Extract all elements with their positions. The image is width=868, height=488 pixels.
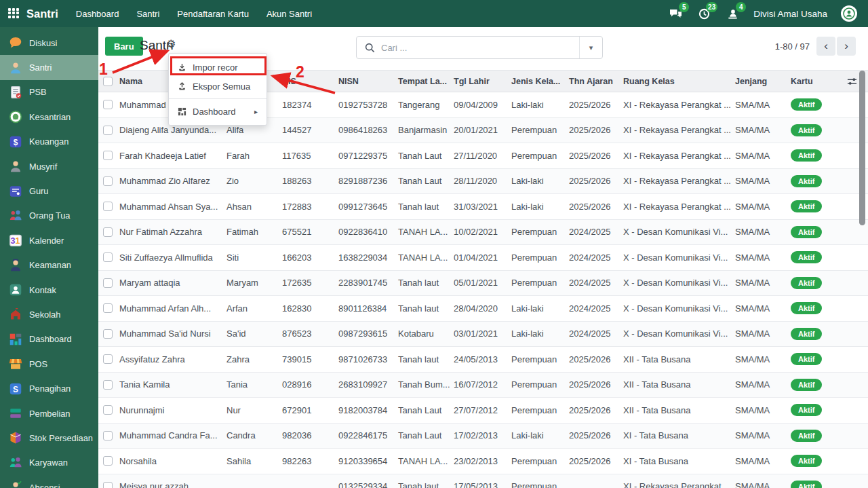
row-checkbox[interactable] <box>103 126 113 135</box>
row-checkbox[interactable] <box>103 405 113 415</box>
table-row[interactable]: Muhammad Zio AlfarezZio1882638291887236T… <box>98 169 868 195</box>
table-row[interactable]: Meisya nur azzah0132529334Tanah laut17/0… <box>98 474 868 488</box>
table-row[interactable]: Muhammad Candra Fa...Candra9820360922846… <box>98 424 868 449</box>
sidebar-item-kontak[interactable]: Kontak <box>0 278 98 302</box>
activity-clock-icon[interactable]: 23 <box>696 7 711 20</box>
row-checkbox[interactable] <box>103 151 113 160</box>
sidebar-item-santri[interactable]: Santri <box>0 55 98 79</box>
sidebar-item-kalender[interactable]: 31Kalender <box>0 228 98 252</box>
menu-item-import[interactable]: Impor recor <box>169 58 267 77</box>
cell-kartu: Aktif <box>788 328 846 340</box>
cell-jenis-kelamin: Perempuan <box>509 278 566 288</box>
sidebar-item-guru[interactable]: Guru <box>0 179 98 203</box>
sidebar-item-diskusi[interactable]: Diskusi <box>0 31 98 55</box>
row-checkbox[interactable] <box>103 354 113 364</box>
row-checkbox[interactable] <box>103 202 113 211</box>
app-brand[interactable]: Santri <box>26 7 58 20</box>
sidebar-item-pos[interactable]: POS <box>0 352 98 376</box>
pager: 1-80 / 97 ‹ › <box>775 37 856 56</box>
sidebar-item-sekolah[interactable]: Sekolah <box>0 302 98 326</box>
table-row[interactable]: Muhammad Sa'id NursiSa'id876523098729361… <box>98 322 868 348</box>
column-header-nis[interactable]: NIS <box>279 77 336 86</box>
column-header-nisn[interactable]: NISN <box>336 77 395 86</box>
row-checkbox[interactable] <box>103 176 113 186</box>
sidebar-item-dashboard[interactable]: Dashboard <box>0 327 98 352</box>
row-checkbox[interactable] <box>103 227 113 237</box>
row-checkbox[interactable] <box>103 431 113 440</box>
new-record-button[interactable]: Baru <box>105 37 143 56</box>
top-menu-pendaftaran-kartu[interactable]: Pendaftaran Kartu <box>177 9 249 19</box>
table-row[interactable]: Siti Zuffaezya AllmuflidaSiti16620316382… <box>98 245 868 271</box>
chat-icon[interactable]: 5 <box>668 7 683 20</box>
row-checkbox[interactable] <box>103 252 113 262</box>
sidebar-item-kesantrian[interactable]: Kesantrian <box>0 105 98 129</box>
penagihan-icon: S <box>9 382 22 396</box>
sidebar-item-keamanan[interactable]: Keamanan <box>0 253 98 278</box>
column-header-tempat-la[interactable]: Tempat La... <box>395 77 451 86</box>
column-header-tgl-lahir[interactable]: Tgl Lahir <box>451 77 509 86</box>
sidebar-item-stok-persediaan[interactable]: Stok Persediaan <box>0 426 98 450</box>
import-icon <box>178 63 186 72</box>
table-row[interactable]: Assyifatuz ZahraZahra7390159871026733Tan… <box>98 347 868 373</box>
table-row[interactable]: NurunnajmiNur6729019182003784Tanah Laut2… <box>98 398 868 424</box>
sidebar-item-psb[interactable]: PSB <box>0 80 98 105</box>
sidebar-item-label: Kalender <box>29 236 64 246</box>
search-filter-caret-icon[interactable]: ▾ <box>579 37 602 58</box>
row-checkbox[interactable] <box>103 303 113 313</box>
user-avatar[interactable] <box>841 5 857 22</box>
select-all-checkbox[interactable] <box>103 77 113 86</box>
row-checkbox[interactable] <box>103 100 113 109</box>
sidebar-item-pembelian[interactable]: Pembelian <box>0 401 98 426</box>
sidebar-item-keuangan[interactable]: $Keuangan <box>0 130 98 154</box>
cell-tgl-lahir: 28/04/2020 <box>451 303 509 314</box>
cell-jenis-kelamin: Laki-laki <box>509 430 566 440</box>
row-checkbox[interactable] <box>103 380 113 390</box>
top-menu-santri[interactable]: Santri <box>136 9 159 19</box>
row-checkbox[interactable] <box>103 482 113 488</box>
table-row[interactable]: Maryam attaqiaMaryam1726352283901745Tana… <box>98 271 868 297</box>
company-name[interactable]: Divisi Amal Usaha <box>753 9 827 19</box>
table-row[interactable]: Muhammad Arfan Alh...Arfan16283089011263… <box>98 296 868 322</box>
table-row[interactable]: Tania KamilaTania0289162683109927Tanah B… <box>98 373 868 398</box>
cell-nisn: 2283901745 <box>336 278 395 288</box>
sidebar-item-musyrif[interactable]: Musyrif <box>0 154 98 179</box>
cell-nis: 672901 <box>279 405 336 415</box>
cell-jenjang: SMA/MA <box>732 456 788 466</box>
menu-item-dashboard[interactable]: Dashboard ▸ <box>169 102 267 121</box>
vertical-scrollbar[interactable] <box>859 71 865 225</box>
table-row[interactable]: Muhammad Ahsan Sya...Ahsan17288309912736… <box>98 194 868 220</box>
column-settings-icon[interactable] <box>847 77 857 86</box>
sidebar-item-absensi[interactable]: Absensi <box>0 475 98 488</box>
cell-nama: Muhammad Ahsan Sya... <box>117 202 224 212</box>
menu-item-export[interactable]: Ekspor Semua <box>169 77 267 96</box>
pager-next-button[interactable]: › <box>837 37 856 56</box>
sidebar-item-karyawan[interactable]: Karyawan <box>0 451 98 475</box>
guru-icon <box>9 185 22 198</box>
row-checkbox[interactable] <box>103 456 113 466</box>
inbox-icon[interactable]: 4 <box>725 7 740 20</box>
pager-prev-button[interactable]: ‹ <box>816 37 835 56</box>
column-header-thn-ajaran[interactable]: Thn Ajaran <box>566 77 620 86</box>
sidebar-item-label: Keamanan <box>29 260 71 270</box>
column-header-ruang-kelas[interactable]: Ruang Kelas <box>620 77 732 86</box>
sidebar-item-orang-tua[interactable]: Orang Tua <box>0 204 98 228</box>
cell-nis: 739015 <box>279 354 336 364</box>
cell-jenis-kelamin: Perempuan <box>509 379 566 390</box>
table-row[interactable]: Nur Fatimah AzzahraFatimah67552109228364… <box>98 220 868 246</box>
column-header-kartu[interactable]: Kartu <box>788 77 846 86</box>
top-menu-akun-santri[interactable]: Akun Santri <box>267 9 312 19</box>
column-header-jenis-kela[interactable]: Jenis Kela... <box>509 77 566 86</box>
cell-jenis-kelamin: Perempuan <box>509 354 566 364</box>
sidebar-item-penagihan[interactable]: SPenagihan <box>0 376 98 400</box>
table-row[interactable]: NorsahilaSahila9822639120339654TANAH LA.… <box>98 449 868 474</box>
search-input[interactable] <box>375 43 579 53</box>
menu-divider <box>169 98 267 99</box>
gear-icon[interactable]: ⚙ <box>166 39 176 50</box>
column-header-jenjang[interactable]: Jenjang <box>732 77 788 86</box>
row-checkbox[interactable] <box>103 329 113 339</box>
apps-grid-icon[interactable] <box>8 8 20 20</box>
top-menu-dashboard[interactable]: Dashboard <box>76 9 119 19</box>
status-badge: Aktif <box>791 430 822 442</box>
row-checkbox[interactable] <box>103 278 113 288</box>
table-row[interactable]: Farah Khadeeja LatiefFarah11763509712293… <box>98 143 868 169</box>
